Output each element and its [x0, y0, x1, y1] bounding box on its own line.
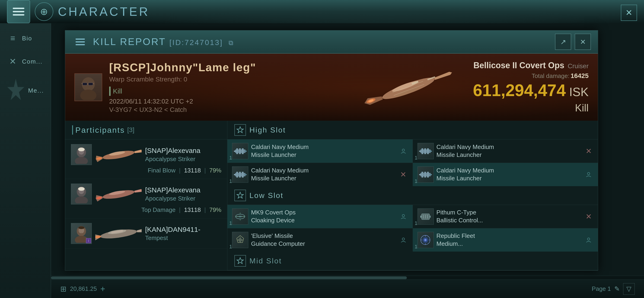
- window-title: KILL REPORT [ID:7247013] ⧉: [93, 36, 550, 47]
- kill-status: Kill: [109, 87, 343, 96]
- participants-count: [3]: [127, 126, 134, 134]
- participant-entry-0[interactable]: [SNAP]Alexevana Apocalypse Striker Final…: [65, 139, 227, 179]
- svg-point-72: [588, 172, 590, 175]
- slot-item-icon-h1: [418, 143, 434, 159]
- svg-rect-70: [419, 174, 421, 175]
- victim-avatar: [74, 73, 102, 101]
- participant-name-1: [SNAP]Alexevana: [145, 186, 222, 194]
- slot-item-name-h1: Caldari Navy MediumMissile Launcher: [436, 143, 582, 159]
- participant-ship-1: [95, 185, 142, 203]
- svg-rect-50: [242, 148, 244, 154]
- svg-point-19: [75, 157, 88, 164]
- hamburger-icon: [13, 8, 24, 16]
- window-hamburger-button[interactable]: [72, 34, 88, 50]
- slot-item-high-1[interactable]: 1 Caldar: [413, 139, 598, 163]
- slot-item-icon-h2: [232, 166, 248, 183]
- svg-rect-65: [245, 174, 247, 175]
- high-slot-header: High Slot: [228, 121, 598, 139]
- participant-top-1: [SNAP]Alexevana Apocalypse Striker: [71, 184, 222, 204]
- svg-rect-71: [430, 174, 432, 175]
- svg-point-31: [102, 188, 135, 200]
- slot-item-name-l3: Republic FleetMedium...: [436, 232, 582, 248]
- stat-label-1: Top Damage: [142, 206, 176, 213]
- kill-datetime: 2022/06/11 14:32:02 UTC +2: [109, 98, 343, 105]
- sidebar-item-combat[interactable]: ✕ Com...: [0, 51, 51, 72]
- low-slot-title: Low Slot: [250, 191, 284, 200]
- slot-item-low-1[interactable]: 1 Pithum: [413, 205, 598, 228]
- svg-point-1: [80, 90, 96, 100]
- participants-indicator: [72, 125, 73, 135]
- kill-label: Kill: [113, 87, 122, 95]
- slot-item-high-3[interactable]: 1 Caldar: [413, 163, 598, 186]
- svg-point-30: [78, 187, 84, 191]
- svg-rect-51: [234, 151, 236, 152]
- svg-rect-3: [88, 83, 93, 85]
- window-titlebar: KILL REPORT [ID:7247013] ⧉ ↗ ✕: [65, 31, 598, 54]
- copy-icon[interactable]: ⧉: [228, 39, 234, 47]
- svg-point-21: [78, 148, 84, 151]
- kill-type-label: Kill: [473, 102, 588, 114]
- svg-point-75: [238, 216, 242, 217]
- svg-line-5: [81, 83, 82, 84]
- slot-action-l2[interactable]: [399, 235, 408, 245]
- participant-entry-1[interactable]: [SNAP]Alexevana Apocalypse Striker Top D…: [65, 179, 227, 218]
- slot-action-h3[interactable]: [584, 170, 593, 179]
- slot-action-h0[interactable]: [399, 146, 408, 156]
- sidebar-item-medals[interactable]: Me...: [0, 74, 51, 107]
- participant-ship-2: [95, 224, 142, 243]
- slot-item-high-0[interactable]: 1 Caldar: [228, 139, 413, 163]
- window-controls: ↗ ✕: [555, 34, 591, 50]
- hamburger-button[interactable]: [7, 0, 30, 23]
- low-slot-header: Low Slot: [228, 186, 598, 205]
- svg-point-41: [100, 228, 138, 240]
- slot-action-h2[interactable]: ✕: [399, 170, 408, 179]
- slot-item-high-2[interactable]: 1 Caldar: [228, 163, 413, 186]
- export-button[interactable]: ↗: [555, 34, 571, 50]
- mid-slot-title: Mid Slot: [250, 257, 282, 265]
- participants-header: Participants [3]: [65, 121, 227, 139]
- victim-avatar-face: [75, 74, 102, 101]
- scroll-bar[interactable]: [51, 276, 644, 279]
- kill-report-window: KILL REPORT [ID:7247013] ⧉ ↗ ✕: [65, 30, 598, 271]
- mid-slot-hint: Mid Slot: [228, 251, 598, 270]
- scroll-bar-thumb: [51, 276, 407, 279]
- svg-rect-58: [419, 151, 421, 152]
- sidebar-medals-label: Me...: [28, 87, 44, 94]
- svg-rect-59: [430, 151, 432, 152]
- edit-icon[interactable]: ✎: [614, 285, 620, 293]
- participant-stats-0: Final Blow | 13118 | 79%: [71, 167, 222, 174]
- high-slot-title: High Slot: [250, 126, 286, 134]
- main-panel: Participants [3]: [65, 121, 598, 270]
- mid-slot-header: Mid Slot: [228, 251, 598, 270]
- svg-point-22: [102, 149, 135, 161]
- victim-name: [RSCP]Johnny"Lame leg": [109, 61, 343, 74]
- kill-report-id: [ID:7247013]: [170, 38, 223, 47]
- top-close-button[interactable]: ✕: [621, 5, 637, 21]
- add-icon[interactable]: +: [100, 284, 105, 294]
- top-bar: ⊕ CHARACTER ✕: [0, 0, 644, 23]
- ship-type: Cruiser: [568, 63, 588, 70]
- slot-action-l0[interactable]: [399, 212, 408, 221]
- svg-point-78: [402, 214, 404, 217]
- slot-item-name-l1: Pithum C-TypeBallistic Control...: [436, 209, 582, 224]
- close-window-button[interactable]: ✕: [575, 34, 591, 50]
- slot-action-h1[interactable]: ✕: [584, 146, 593, 156]
- victim-warp-scramble: Warp Scramble Strength: 0: [109, 76, 343, 83]
- slot-item-low-3[interactable]: 1: [413, 228, 598, 251]
- participant-name-2: [KANA]DAN9411-: [145, 226, 222, 233]
- app-title: CHARACTER: [58, 5, 150, 19]
- svg-marker-8: [434, 71, 452, 80]
- kill-location: V-3YG7 < UX3-N2 < Catch: [109, 106, 343, 114]
- high-slot-grid: 1 Caldar: [228, 139, 598, 186]
- ship-display: [350, 66, 466, 108]
- slot-action-l3[interactable]: [584, 235, 593, 245]
- filter-button[interactable]: ▽: [623, 283, 635, 295]
- slot-item-low-2[interactable]: 1 'Elusi: [228, 228, 413, 251]
- participant-entry-2[interactable]: i: [65, 218, 227, 249]
- slot-action-l1[interactable]: ✕: [584, 212, 593, 221]
- slot-item-low-0[interactable]: 1 MK9 Covert OpsCloaking De: [228, 205, 413, 228]
- svg-marker-42: [137, 229, 142, 233]
- slot-qty-h3: 1: [415, 178, 418, 184]
- svg-rect-69: [427, 172, 429, 178]
- sidebar-item-bio[interactable]: ≡ Bio: [0, 28, 51, 49]
